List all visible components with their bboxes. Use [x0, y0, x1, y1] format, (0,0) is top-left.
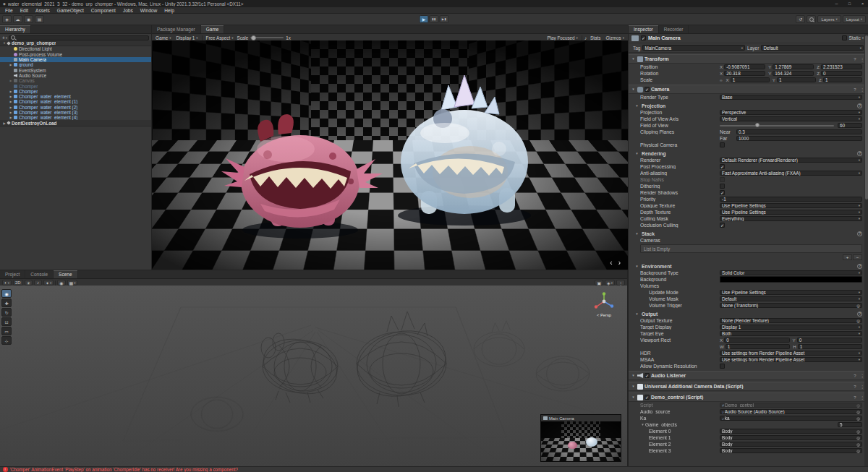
rect-h-field[interactable]: 1	[798, 344, 862, 350]
component-header[interactable]: ▼Universal Additional Camera Data (Scrip…	[629, 382, 868, 391]
physical-camera-checkbox[interactable]	[720, 142, 725, 147]
component-header[interactable]: ▼✓Audio Listener?⋮	[629, 371, 868, 380]
help-icon[interactable]: ?	[852, 385, 858, 389]
component-header[interactable]: ▼Transform?⋮	[629, 54, 868, 64]
hierarchy-search[interactable]	[9, 35, 149, 40]
scene-gizmos-dropdown[interactable]: ◈ ▾	[605, 280, 615, 286]
field-of-view-slider[interactable]	[720, 125, 834, 126]
expander-icon[interactable]: ▶	[8, 90, 14, 93]
static-checkbox[interactable]	[842, 35, 847, 40]
tab-package-manager[interactable]: Package Manager	[152, 25, 201, 33]
expander-icon[interactable]: ▶	[8, 106, 14, 109]
element-3-object-field[interactable]: Body◎	[720, 448, 862, 454]
hierarchy-item[interactable]: Audio Source	[0, 73, 151, 78]
element-2-object-field[interactable]: Body◎	[720, 442, 862, 447]
hdr-dropdown[interactable]: Use settings from Render Pipeline Asset▾	[720, 351, 862, 356]
object-picker-icon[interactable]: ◎	[856, 436, 860, 440]
opaque-texture-dropdown[interactable]: Use Pipeline Settings▾	[720, 203, 862, 209]
effects-dropdown[interactable]: ✦ ▾	[43, 280, 54, 286]
enabled-checkbox[interactable]: ✓	[644, 87, 650, 92]
scene-camera-settings-button[interactable]: ▣	[595, 280, 603, 286]
scale-tool-button[interactable]: ⊡	[1, 317, 12, 326]
hierarchy-item[interactable]: ▶Chomper_water_element (3)	[0, 110, 151, 115]
tab-recorder[interactable]: Recorder	[659, 25, 689, 33]
scale-x-field[interactable]: 1	[731, 77, 770, 83]
object-picker-icon[interactable]: ◎	[856, 403, 860, 408]
foldout-icon[interactable]: ▼	[634, 312, 639, 316]
help-icon[interactable]: ?	[857, 264, 862, 269]
component-header[interactable]: ▼✓Camera?⋮	[629, 85, 868, 94]
menu-window[interactable]: Window	[137, 7, 161, 13]
rotation-z-field[interactable]: 0	[821, 71, 862, 77]
projection-dropdown[interactable]: Perspective▾	[720, 110, 862, 116]
help-icon[interactable]: ?	[857, 103, 862, 108]
help-icon[interactable]: ?	[852, 395, 858, 400]
menu-gameobject[interactable]: GameObject	[54, 7, 88, 13]
scale-z-field[interactable]: 1	[823, 77, 862, 83]
hierarchy-item[interactable]: ▶ground	[0, 62, 151, 67]
expander-icon[interactable]: ▶	[8, 111, 14, 114]
prev-arrow-button[interactable]: ‹	[610, 259, 612, 267]
section-projection[interactable]: ▼Projection?	[629, 102, 868, 109]
undo-history-button[interactable]: ↺	[796, 15, 805, 23]
menu-help[interactable]: Help	[161, 7, 178, 13]
create-menu-button[interactable]: + ▾	[2, 35, 7, 40]
ka-object-field[interactable]: ♪ka◎	[720, 416, 862, 421]
help-icon[interactable]: ?	[852, 87, 858, 92]
foldout-icon[interactable]: ▼	[640, 423, 645, 426]
search-button[interactable]	[807, 15, 816, 23]
help-icon[interactable]: ?	[857, 231, 862, 236]
audio-source-object-field[interactable]: ♪Audio Source (Audio Source)◎	[720, 409, 862, 415]
foldout-icon[interactable]: ▼	[634, 152, 639, 155]
dithering-checkbox[interactable]	[720, 184, 725, 189]
element-1-object-field[interactable]: Body◎	[720, 435, 862, 441]
volume-mask-dropdown[interactable]: Default▾	[720, 296, 862, 302]
help-icon[interactable]: ?	[857, 312, 862, 317]
object-picker-icon[interactable]: ◎	[856, 304, 860, 308]
object-picker-icon[interactable]: ◎	[856, 319, 860, 323]
background-color-field[interactable]	[720, 276, 862, 283]
tag-dropdown[interactable]: MainCamera ▾	[642, 45, 745, 51]
occlusion-culling-checkbox[interactable]: ✓	[720, 223, 725, 228]
object-picker-icon[interactable]: ◎	[856, 416, 860, 421]
2d-toggle[interactable]: 2D	[13, 280, 23, 286]
update-mode-dropdown[interactable]: Use Pipeline Settings▾	[720, 290, 862, 296]
hierarchy-item[interactable]: Chomper	[0, 83, 151, 88]
maximize-button[interactable]: □	[844, 0, 855, 7]
foldout-icon[interactable]: ▼	[634, 232, 639, 236]
scale-y-field[interactable]: 1	[777, 77, 816, 83]
component-header[interactable]: ▼✓Demo_control (Script)?⋮	[629, 392, 868, 402]
hierarchy-item[interactable]: ▶Chomper_water_element (1)	[0, 99, 151, 104]
field-of-view-field[interactable]: 60	[838, 123, 862, 129]
rotation-y-field[interactable]: 164.324	[773, 71, 814, 77]
play-focused-dropdown[interactable]: Play Focused ▾	[545, 35, 579, 40]
hierarchy-item[interactable]: ▶Chomper	[0, 89, 151, 94]
mute-audio-button[interactable]: ♪	[584, 35, 587, 40]
hierarchy-item[interactable]: Post-process Volume	[0, 52, 151, 57]
tab-project[interactable]: Project	[0, 270, 25, 278]
position-x-field[interactable]: -0.9087091	[724, 64, 765, 70]
expander-icon[interactable]: ▶	[8, 100, 14, 103]
services-button[interactable]: ▤	[35, 15, 44, 23]
next-arrow-button[interactable]: ›	[618, 259, 621, 267]
section-environment[interactable]: ▼Environment?	[629, 262, 868, 270]
status-message[interactable]: 'Chomper' AnimationEvent 'PlayStep' on a…	[10, 467, 239, 472]
hierarchy-item[interactable]: ▶Chomper_water_element (2)	[0, 105, 151, 110]
foldout-icon[interactable]: ▼	[631, 87, 636, 91]
visibility-toggle[interactable]: ◉	[57, 280, 65, 286]
object-picker-icon[interactable]: ◎	[856, 449, 860, 453]
scale-slider[interactable]	[250, 37, 284, 38]
rect-w-field[interactable]: 1	[726, 344, 790, 350]
scene-viewport[interactable]: ◉ ✚ ↻ ⊡ ▭ ⊹ < Persp Main Camera	[0, 286, 627, 466]
msaa-dropdown[interactable]: Use settings from Render Pipeline Asset▾	[720, 357, 862, 363]
tab-hierarchy[interactable]: Hierarchy	[0, 25, 31, 33]
foldout-icon[interactable]: ▼	[631, 385, 636, 388]
expander-icon[interactable]: ▶	[8, 116, 14, 119]
object-picker-icon[interactable]: ◎	[856, 410, 860, 414]
slider-knob[interactable]	[251, 35, 256, 40]
element-0-object-field[interactable]: Body◎	[720, 429, 862, 434]
gizmos-dropdown[interactable]: Gizmos ▾	[604, 35, 626, 40]
move-tool-button[interactable]: ✚	[1, 299, 12, 307]
transform-tool-button[interactable]: ⊹	[1, 336, 12, 345]
viewport-rect-y-field[interactable]: 0	[797, 338, 862, 343]
